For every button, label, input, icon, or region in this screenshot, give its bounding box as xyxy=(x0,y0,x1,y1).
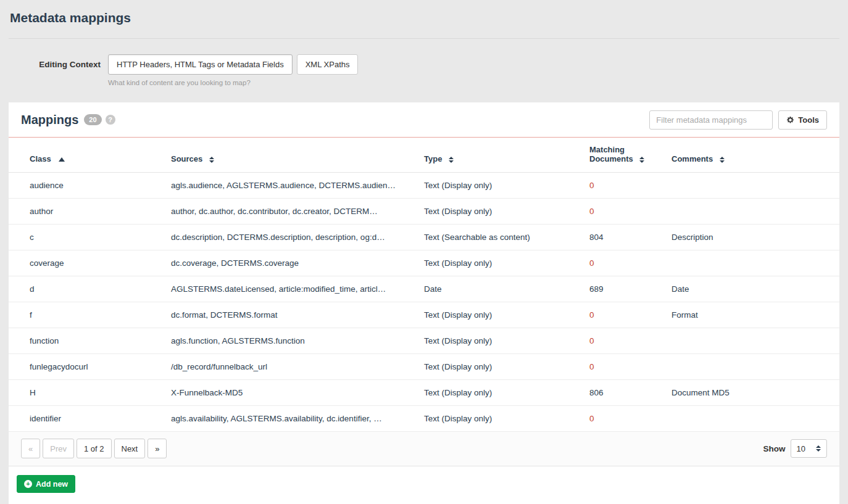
prev-page-button[interactable]: Prev xyxy=(43,439,74,458)
help-icon[interactable]: ? xyxy=(106,115,115,125)
table-row[interactable]: authorauthor, dc.author, dc.contributor,… xyxy=(9,199,839,225)
editing-context-label: Editing Context xyxy=(0,54,101,86)
mappings-panel: Mappings 20 ? Tools Class Sources Type M… xyxy=(9,102,839,504)
type-cell: Text (Display only) xyxy=(418,199,583,225)
sources-cell: agls.availability, AGLSTERMS.availabilit… xyxy=(165,406,418,432)
comments-cell: Document MD5 xyxy=(665,380,839,406)
comments-cell xyxy=(665,354,839,380)
class-cell: c xyxy=(9,225,165,250)
sources-cell: agls.audience, AGLSTERMS.audience, DCTER… xyxy=(165,173,418,199)
tools-button[interactable]: Tools xyxy=(778,110,827,130)
class-cell: author xyxy=(9,199,165,225)
page: Metadata mappings Editing Context HTTP H… xyxy=(0,0,848,504)
type-cell: Text (Display only) xyxy=(418,354,583,380)
comments-cell: Description xyxy=(665,225,839,250)
class-cell: d xyxy=(9,276,165,302)
matching-documents-cell: 0 xyxy=(583,250,665,276)
sources-cell: agls.function, AGLSTERMS.function xyxy=(165,328,418,354)
sort-toggle-icon xyxy=(720,157,725,163)
column-header-matching-documents[interactable]: Matching Documents xyxy=(583,138,665,173)
add-new-button[interactable]: + Add new xyxy=(17,475,75,493)
matching-documents-cell: 0 xyxy=(583,199,665,225)
type-cell: Text (Searchable as content) xyxy=(418,225,583,250)
table-row[interactable]: cdc.description, DCTERMS.description, de… xyxy=(9,225,839,250)
class-cell: funlegacydocurl xyxy=(9,354,165,380)
table-row[interactable]: functionagls.function, AGLSTERMS.functio… xyxy=(9,328,839,354)
sort-toggle-icon xyxy=(639,157,644,163)
plus-circle-icon: + xyxy=(24,480,32,488)
comments-cell xyxy=(665,250,839,276)
table-body: audienceagls.audience, AGLSTERMS.audienc… xyxy=(9,173,839,432)
type-cell: Text (Display only) xyxy=(418,173,583,199)
comments-cell: Format xyxy=(665,302,839,328)
sources-cell: dc.description, DCTERMS.description, des… xyxy=(165,225,418,250)
type-cell: Text (Display only) xyxy=(418,250,583,276)
comments-cell xyxy=(665,173,839,199)
table-row[interactable]: HX-Funnelback-MD5Text (Display only)806D… xyxy=(9,380,839,406)
comments-cell xyxy=(665,328,839,354)
sort-toggle-icon xyxy=(209,157,214,163)
table-row[interactable]: identifieragls.availability, AGLSTERMS.a… xyxy=(9,406,839,432)
mappings-panel-header: Mappings 20 ? Tools xyxy=(9,102,839,137)
page-size-value: 10 xyxy=(797,444,805,453)
page-title: Metadata mappings xyxy=(0,0,848,38)
table-row[interactable]: dAGLSTERMS.dateLicensed, article:modifie… xyxy=(9,276,839,302)
column-label-comments: Comments xyxy=(671,154,713,163)
sources-cell: dc.coverage, DCTERMS.coverage xyxy=(165,250,418,276)
pagination-controls: « Prev 1 of 2 Next » xyxy=(21,439,167,458)
matching-documents-cell: 0 xyxy=(583,354,665,380)
column-header-sources[interactable]: Sources xyxy=(165,138,418,173)
table-row[interactable]: coveragedc.coverage, DCTERMS.coverageTex… xyxy=(9,250,839,276)
type-cell: Text (Display only) xyxy=(418,380,583,406)
first-page-button[interactable]: « xyxy=(21,439,40,458)
gear-icon xyxy=(786,116,794,124)
class-cell: function xyxy=(9,328,165,354)
class-cell: identifier xyxy=(9,406,165,432)
sources-cell: /db_record/funnelback_url xyxy=(165,354,418,380)
table-row[interactable]: funlegacydocurl/db_record/funnelback_url… xyxy=(9,354,839,380)
page-size-select[interactable]: 10 xyxy=(791,439,827,458)
sources-cell: dc.format, DCTERMS.format xyxy=(165,302,418,328)
table-row[interactable]: audienceagls.audience, AGLSTERMS.audienc… xyxy=(9,173,839,199)
show-label: Show xyxy=(763,444,786,453)
matching-documents-cell: 0 xyxy=(583,302,665,328)
column-header-comments[interactable]: Comments xyxy=(665,138,839,173)
mappings-title: Mappings xyxy=(21,113,78,127)
matching-documents-cell: 804 xyxy=(583,225,665,250)
table-header-row: Class Sources Type Matching Documents Co… xyxy=(9,138,839,173)
editing-context-option-2[interactable]: XML XPaths xyxy=(297,54,359,75)
column-header-class[interactable]: Class xyxy=(9,138,165,173)
class-cell: audience xyxy=(9,173,165,199)
comments-cell: Date xyxy=(665,276,839,302)
editing-context-option-1[interactable]: HTTP Headers, HTML Tags or Metadata Fiel… xyxy=(108,54,293,75)
matching-documents-cell: 0 xyxy=(583,328,665,354)
class-cell: f xyxy=(9,302,165,328)
table-row[interactable]: fdc.format, DCTERMS.formatText (Display … xyxy=(9,302,839,328)
filter-input[interactable] xyxy=(649,110,773,130)
type-cell: Text (Display only) xyxy=(418,302,583,328)
type-cell: Text (Display only) xyxy=(418,406,583,432)
sources-cell: X-Funnelback-MD5 xyxy=(165,380,418,406)
mappings-table: Class Sources Type Matching Documents Co… xyxy=(9,138,839,432)
tools-button-label: Tools xyxy=(798,115,819,125)
comments-cell xyxy=(665,199,839,225)
matching-documents-cell: 0 xyxy=(583,406,665,432)
column-label-type: Type xyxy=(424,154,442,163)
sources-cell: AGLSTERMS.dateLicensed, article:modified… xyxy=(165,276,418,302)
last-page-button[interactable]: » xyxy=(148,439,167,458)
page-status: 1 of 2 xyxy=(77,439,112,458)
class-cell: coverage xyxy=(9,250,165,276)
column-header-type[interactable]: Type xyxy=(418,138,583,173)
column-label-matching-documents: Matching Documents xyxy=(589,145,633,163)
select-arrows-icon xyxy=(816,445,821,452)
editing-context-section: Editing Context HTTP Headers, HTML Tags … xyxy=(0,39,848,102)
editing-context-help-text: What kind of content are you looking to … xyxy=(108,79,358,86)
comments-cell xyxy=(665,406,839,432)
matching-documents-cell: 0 xyxy=(583,173,665,199)
matching-documents-cell: 689 xyxy=(583,276,665,302)
page-size-controls: Show 10 xyxy=(763,439,827,458)
next-page-button[interactable]: Next xyxy=(114,439,146,458)
panel-footer: + Add new xyxy=(9,466,839,502)
pagination-bar: « Prev 1 of 2 Next » Show 10 xyxy=(9,432,839,466)
class-cell: H xyxy=(9,380,165,406)
